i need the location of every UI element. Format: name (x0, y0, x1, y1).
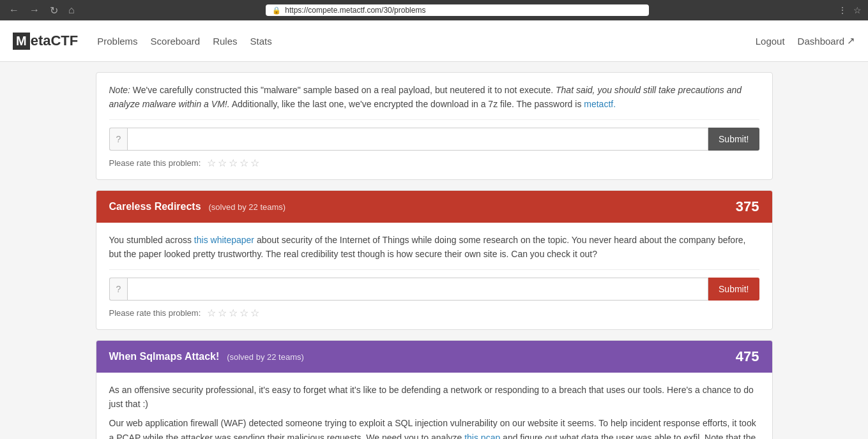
stars-note[interactable]: ☆ ☆ ☆ ☆ ☆ (207, 157, 259, 169)
logout-link[interactable]: Logout (756, 36, 785, 47)
star-c3[interactable]: ☆ (229, 307, 238, 319)
star-c2[interactable]: ☆ (218, 307, 227, 319)
note-label: Note: (109, 85, 130, 95)
rate-label-careless: Please rate this problem: (109, 308, 201, 318)
sqlmap-solved: (solved by 22 teams) (227, 352, 304, 362)
forward-btn[interactable]: → (27, 3, 42, 17)
careless-redirects-title: Careless Redirects (109, 201, 201, 212)
careless-body-before: You stumbled across (109, 235, 194, 245)
rate-label-note: Please rate this problem: (109, 158, 201, 168)
note-card-body: Note: We've carefully constructed this "… (96, 73, 772, 179)
home-btn[interactable]: ⌂ (66, 3, 77, 17)
note-link[interactable]: metactf. (584, 99, 616, 109)
star-c4[interactable]: ☆ (240, 307, 248, 319)
note-body-text: We've carefully constructed this "malwar… (133, 85, 556, 95)
careless-redirects-body: You stumbled across this whitepaper abou… (96, 223, 772, 329)
careless-redirects-header: Careless Redirects (solved by 22 teams) … (96, 191, 772, 223)
sqlmap-points: 475 (736, 348, 759, 365)
flag-input-row-careless: ? Submit! (109, 278, 759, 301)
star-5[interactable]: ☆ (250, 157, 259, 169)
sqlmap-title: When Sqlmaps Attack! (109, 351, 220, 362)
sqlmap-text1: As an offensive security professional, i… (109, 383, 759, 412)
flag-hint-btn-note[interactable]: ? (109, 128, 128, 151)
note-divider (109, 119, 759, 120)
careless-divider (109, 269, 759, 270)
sqlmap-header: When Sqlmaps Attack! (solved by 22 teams… (96, 341, 772, 373)
site-logo: M etaCTF (13, 33, 78, 50)
nav-scoreboard[interactable]: Scoreboard (151, 33, 201, 50)
logo-m: M (13, 33, 30, 50)
careless-redirects-points: 375 (736, 198, 759, 215)
extensions-icon[interactable]: ⋮ (838, 5, 847, 15)
sqlmap-card: When Sqlmaps Attack! (solved by 22 teams… (96, 340, 773, 439)
star-2[interactable]: ☆ (218, 157, 227, 169)
dashboard-link[interactable]: Dashboard ↗ (798, 35, 855, 47)
site-nav: M etaCTF Problems Scoreboard Rules Stats… (0, 20, 868, 62)
careless-redirects-card: Careless Redirects (solved by 22 teams) … (96, 190, 773, 330)
careless-redirects-text: You stumbled across this whitepaper abou… (109, 233, 759, 262)
nav-rules[interactable]: Rules (213, 33, 237, 50)
star-3[interactable]: ☆ (229, 157, 238, 169)
sqlmap-title-group: When Sqlmaps Attack! (solved by 22 teams… (109, 351, 304, 362)
star-4[interactable]: ☆ (240, 157, 248, 169)
star-c5[interactable]: ☆ (250, 307, 259, 319)
lock-icon: 🔒 (272, 6, 281, 15)
browser-right-icons: ⋮ ☆ (838, 5, 862, 15)
star-rating-careless: Please rate this problem: ☆ ☆ ☆ ☆ ☆ (109, 307, 759, 319)
note-card: Note: We've carefully constructed this "… (96, 72, 773, 180)
nav-right: Logout Dashboard ↗ (756, 35, 855, 47)
submit-btn-careless[interactable]: Submit! (708, 278, 759, 301)
browser-chrome: ← → ↻ ⌂ 🔒 https://compete.metactf.com/30… (0, 0, 868, 20)
flag-input-row-note: ? Submit! (109, 128, 759, 151)
nav-problems[interactable]: Problems (97, 33, 137, 50)
flag-hint-btn-careless[interactable]: ? (109, 278, 128, 301)
this-whitepaper-link[interactable]: this whitepaper (194, 235, 254, 245)
careless-redirects-title-group: Careless Redirects (solved by 22 teams) (109, 201, 286, 212)
star-1[interactable]: ☆ (207, 157, 216, 169)
reload-btn[interactable]: ↻ (47, 3, 61, 18)
logo-text: etaCTF (31, 33, 79, 49)
url-text: https://compete.metactf.com/30/problems (285, 6, 425, 15)
sqlmap-body: As an offensive security professional, i… (96, 373, 772, 439)
note-text: Note: We've carefully constructed this "… (109, 83, 759, 112)
main-content: Note: We've carefully constructed this "… (83, 72, 786, 439)
star-c1[interactable]: ☆ (207, 307, 216, 319)
address-bar[interactable]: 🔒 https://compete.metactf.com/30/problem… (266, 4, 649, 16)
dashboard-label: Dashboard (798, 36, 844, 47)
submit-btn-note[interactable]: Submit! (708, 128, 759, 151)
note-body-text2: Additionally, like the last one, we've e… (232, 99, 584, 109)
stars-careless[interactable]: ☆ ☆ ☆ ☆ ☆ (207, 307, 259, 319)
careless-redirects-solved: (solved by 22 teams) (208, 202, 286, 212)
bookmark-icon[interactable]: ☆ (853, 5, 862, 15)
nav-links: Problems Scoreboard Rules Stats (97, 33, 755, 50)
this-pcap-link[interactable]: this pcap (464, 433, 500, 439)
external-link-icon: ↗ (847, 35, 855, 47)
nav-stats[interactable]: Stats (250, 33, 272, 50)
flag-input-careless[interactable] (127, 278, 708, 301)
flag-input-note[interactable] (127, 128, 708, 151)
page-scroll: Note: We've carefully constructed this "… (0, 62, 868, 439)
sqlmap-text2: Our web application firewall (WAF) detec… (109, 416, 759, 439)
back-btn[interactable]: ← (6, 3, 22, 17)
star-rating-note: Please rate this problem: ☆ ☆ ☆ ☆ ☆ (109, 157, 759, 169)
